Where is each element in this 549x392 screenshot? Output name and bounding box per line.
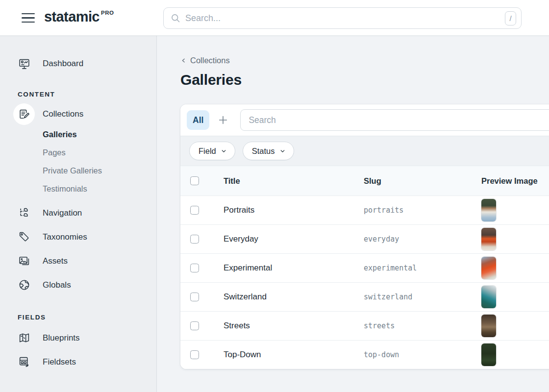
breadcrumb-label: Collections [190, 56, 230, 65]
sidebar-item-label: Blueprints [43, 333, 80, 343]
search-icon [171, 13, 180, 23]
breadcrumb[interactable]: Collections [180, 56, 230, 65]
row-title[interactable]: Top-Down [224, 350, 364, 360]
collections-icon [13, 103, 35, 125]
row-title[interactable]: Everyday [224, 234, 364, 244]
sidebar-subitem-pages[interactable]: Pages [43, 144, 156, 162]
sidebar: Dashboard CONTENT Collections Galleries … [0, 36, 157, 392]
listing-search-input[interactable] [249, 115, 549, 125]
listing-card: All Field Status Title Slug Preview [180, 104, 549, 369]
sidebar-item-label: Taxonomies [43, 232, 87, 242]
sidebar-section-content: CONTENT [18, 91, 156, 98]
hamburger-menu-icon[interactable] [22, 13, 35, 23]
column-preview-image[interactable]: Preview Image [481, 176, 549, 186]
sidebar-item-label: Globals [43, 280, 71, 290]
table-row[interactable]: Switzerland switzerland [180, 282, 549, 311]
column-title[interactable]: Title [224, 176, 364, 186]
preview-image-thumbnail[interactable] [481, 315, 496, 337]
sidebar-item-globals[interactable]: Globals [18, 273, 156, 297]
row-title[interactable]: Switzerland [224, 292, 364, 302]
sidebar-item-dashboard[interactable]: Dashboard [18, 53, 156, 74]
select-all-checkbox[interactable] [190, 176, 199, 185]
main-content: Collections Galleries All Field Status [157, 36, 549, 392]
row-title[interactable]: Experimental [224, 263, 364, 273]
row-slug: portraits [364, 206, 403, 215]
tab-all[interactable]: All [187, 110, 209, 130]
table-row[interactable]: Everyday everyday [180, 224, 549, 253]
row-slug: switzerland [364, 293, 412, 301]
row-checkbox[interactable] [190, 321, 199, 330]
globals-icon [18, 279, 30, 292]
row-checkbox[interactable] [190, 264, 199, 272]
table-header: Title Slug Preview Image [180, 166, 549, 196]
preview-image-thumbnail[interactable] [481, 199, 496, 221]
sidebar-item-assets[interactable]: Assets [18, 249, 156, 273]
filter-status-button[interactable]: Status [243, 142, 294, 160]
row-title[interactable]: Streets [224, 321, 364, 331]
page-title: Galleries [180, 72, 549, 88]
tab-row: All [180, 104, 549, 136]
pro-badge: PRO [101, 10, 114, 16]
chevron-down-icon [221, 148, 227, 154]
row-checkbox[interactable] [190, 350, 199, 359]
preview-image-thumbnail[interactable] [481, 228, 496, 250]
sidebar-item-taxonomies[interactable]: Taxonomies [18, 225, 156, 249]
table-row[interactable]: Top-Down top-down [180, 340, 549, 369]
collections-subnav: Galleries Pages Private Galleries Testim… [43, 125, 156, 198]
sidebar-subitem-testimonials[interactable]: Testimonials [43, 180, 156, 198]
sidebar-item-label: Collections [43, 109, 83, 119]
row-checkbox[interactable] [190, 293, 199, 301]
global-search-input[interactable] [185, 13, 505, 24]
row-checkbox[interactable] [190, 206, 199, 215]
row-slug: streets [364, 321, 395, 330]
sidebar-item-fieldsets[interactable]: Fieldsets [18, 350, 156, 374]
blueprints-icon [18, 332, 30, 344]
filter-row: Field Status [180, 136, 549, 166]
table-row[interactable]: Experimental experimental [180, 253, 549, 282]
filter-status-label: Status [252, 147, 275, 156]
sidebar-item-label: Navigation [43, 208, 82, 218]
preview-image-thumbnail[interactable] [481, 257, 496, 279]
sidebar-item-navigation[interactable]: Navigation [18, 201, 156, 225]
app-logo[interactable]: statamicPRO [44, 9, 114, 25]
row-title[interactable]: Portraits [224, 205, 364, 215]
topbar: statamicPRO / [0, 0, 549, 36]
dashboard-icon [18, 57, 30, 70]
logo-text: statamic [44, 9, 100, 24]
row-checkbox[interactable] [190, 235, 199, 244]
listing-search[interactable] [240, 109, 549, 131]
preview-image-thumbnail[interactable] [481, 286, 496, 308]
filter-field-label: Field [199, 147, 216, 156]
sidebar-item-collections[interactable]: Collections [18, 103, 156, 125]
add-view-button[interactable] [215, 112, 231, 128]
chevron-left-icon [180, 57, 187, 64]
slash-shortcut-key: / [505, 11, 516, 25]
sidebar-subitem-galleries[interactable]: Galleries [43, 125, 156, 144]
taxonomies-icon [18, 231, 30, 244]
table-row[interactable]: Streets streets [180, 311, 549, 340]
sidebar-section-fields: FIELDS [18, 314, 156, 321]
sidebar-subitem-private-galleries[interactable]: Private Galleries [43, 162, 156, 180]
column-slug[interactable]: Slug [364, 176, 481, 186]
navigation-icon [18, 207, 30, 220]
chevron-down-icon [279, 148, 286, 154]
sidebar-item-label: Fieldsets [43, 357, 76, 367]
assets-icon [18, 255, 30, 268]
table-row[interactable]: Portraits portraits [180, 196, 549, 224]
sidebar-item-blueprints[interactable]: Blueprints [18, 326, 156, 350]
filter-field-button[interactable]: Field [189, 142, 235, 160]
plus-icon [218, 115, 228, 125]
row-slug: experimental [364, 264, 417, 272]
sidebar-item-label: Dashboard [43, 59, 83, 69]
row-slug: top-down [364, 350, 399, 359]
preview-image-thumbnail[interactable] [481, 343, 496, 366]
global-search[interactable]: / [163, 7, 522, 29]
row-slug: everyday [364, 235, 399, 244]
sidebar-item-label: Assets [43, 256, 68, 266]
fieldsets-icon [18, 356, 30, 368]
